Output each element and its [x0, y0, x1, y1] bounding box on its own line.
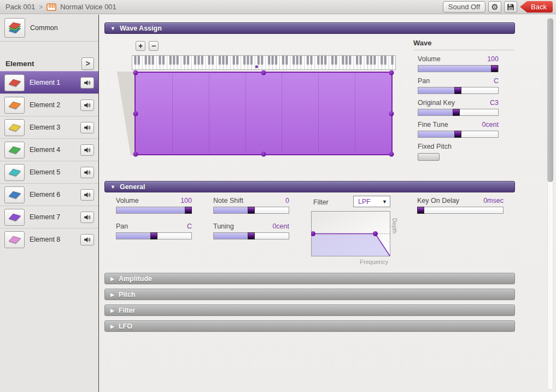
zone-handle[interactable] — [133, 71, 138, 75]
keyboard[interactable] — [132, 55, 396, 70]
volume-slider[interactable] — [116, 207, 192, 214]
frequency-axis-label: Frequency — [311, 259, 388, 265]
zone-gridline — [245, 74, 246, 153]
element-layer-icon[interactable] — [4, 231, 25, 248]
wave-param-row: Original Key C3 — [413, 99, 499, 116]
zone-handle[interactable] — [133, 111, 138, 116]
param-slider[interactable] — [418, 87, 499, 94]
zoom-out-button[interactable]: − — [149, 41, 159, 51]
element-layer-icon[interactable] — [4, 209, 25, 226]
speaker-button[interactable] — [80, 212, 94, 223]
slider-handle[interactable] — [453, 109, 460, 116]
fixed-pitch-toggle[interactable] — [418, 153, 440, 161]
top-bar: Pack 001 > Normal Voice 001 Sound Off ⚙ — [0, 0, 556, 14]
settings-button[interactable]: ⚙ — [488, 1, 501, 13]
key-on-delay-slider[interactable] — [417, 207, 504, 214]
param-slider[interactable] — [418, 65, 499, 72]
element-expand-button[interactable]: > — [81, 57, 94, 70]
pan-slider[interactable] — [116, 232, 192, 239]
slider-handle[interactable] — [185, 207, 192, 214]
section-title: Amplitude — [119, 275, 152, 283]
speaker-button[interactable] — [80, 144, 94, 156]
sidebar-item-element[interactable]: Element 7 — [0, 206, 98, 228]
topbar-actions: Sound Off ⚙ Back — [443, 1, 553, 13]
collapsed-section-bar[interactable]: ▶ Filter — [104, 305, 515, 316]
speaker-icon — [83, 236, 92, 244]
tuning-slider[interactable] — [213, 232, 289, 239]
zone-handle[interactable] — [133, 152, 138, 157]
element-layer-icon[interactable] — [4, 142, 25, 159]
sidebar-item-element[interactable]: Element 4 — [0, 138, 98, 161]
element-layer-icon[interactable] — [4, 119, 25, 136]
slider-handle[interactable] — [417, 207, 424, 214]
sidebar-item-element[interactable]: Element 1 — [0, 71, 98, 93]
element-layer-icon[interactable] — [4, 186, 25, 203]
param-label: Pan — [116, 223, 128, 230]
collapsed-section-bar[interactable]: ▶ LFO — [104, 320, 515, 332]
scrollbar-thumb[interactable] — [547, 18, 553, 182]
element-layer-icon[interactable] — [4, 74, 25, 91]
slider-handle[interactable] — [150, 232, 157, 239]
speaker-button[interactable] — [80, 77, 94, 89]
speaker-button[interactable] — [80, 234, 94, 245]
speaker-button[interactable] — [80, 122, 94, 133]
speaker-button[interactable] — [80, 189, 94, 201]
zone-handle[interactable] — [261, 152, 266, 157]
sidebar-item-element[interactable]: Element 8 — [0, 228, 98, 250]
common-label: Common — [30, 24, 98, 32]
zone-handle[interactable] — [389, 111, 394, 116]
speaker-icon — [83, 79, 92, 87]
zone-gridline — [355, 74, 355, 153]
sidebar-item-element[interactable]: Element 5 — [0, 161, 98, 183]
section-bar-general[interactable]: ▼ General — [104, 181, 515, 192]
speaker-button[interactable] — [80, 100, 94, 111]
filter-type-dropdown[interactable]: LPF ▼ — [353, 196, 390, 207]
collapse-closed-icon: ▶ — [110, 276, 114, 282]
slider-handle[interactable] — [491, 65, 498, 72]
param-label: Volume — [116, 197, 139, 204]
save-button[interactable] — [504, 1, 517, 13]
slider-handle[interactable] — [454, 87, 461, 94]
gear-icon: ⚙ — [491, 3, 498, 11]
param-value: 100 — [180, 197, 192, 204]
zone-handle[interactable] — [261, 71, 266, 75]
param-label: Volume — [418, 55, 441, 63]
breadcrumb: Pack 001 > Normal Voice 001 — [5, 3, 116, 11]
param-slider[interactable] — [418, 131, 499, 138]
speaker-button[interactable] — [80, 167, 94, 178]
zone-handle[interactable] — [389, 71, 394, 75]
element-label: Element 3 — [30, 124, 75, 131]
filter-label: Filter — [313, 198, 329, 206]
sidebar-item-element[interactable]: Element 2 — [0, 93, 98, 116]
element-layer-icon[interactable] — [4, 97, 25, 114]
element-list: Element 1 — [0, 71, 98, 250]
filter-type-value: LPF — [358, 198, 371, 206]
speaker-icon — [83, 213, 92, 221]
collapse-closed-icon: ▶ — [110, 324, 114, 329]
sidebar-item-element[interactable]: Element 3 — [0, 116, 98, 138]
slider-handle[interactable] — [248, 207, 255, 214]
filter-response-graph[interactable] — [311, 211, 390, 256]
param-slider[interactable] — [418, 109, 499, 116]
breadcrumb-pack[interactable]: Pack 001 — [5, 3, 35, 11]
back-button[interactable]: Back — [520, 1, 553, 13]
sidebar-item-common[interactable]: Common — [0, 15, 98, 41]
sidebar-item-element[interactable]: Element 6 — [0, 183, 98, 206]
note-shift-slider[interactable] — [213, 207, 289, 214]
slider-handle[interactable] — [248, 232, 255, 239]
param-value: 0cent — [482, 121, 499, 128]
collapse-open-icon: ▼ — [110, 184, 115, 190]
save-icon — [507, 3, 514, 11]
collapsed-sections: ▶ Amplitude ▶ Pitch ▶ Filter ▶ LFO — [100, 273, 556, 336]
zoom-in-button[interactable]: + — [136, 41, 145, 51]
sound-off-button[interactable]: Sound Off — [443, 1, 485, 13]
common-layers-icon[interactable] — [4, 18, 25, 38]
element-layer-icon[interactable] — [4, 164, 25, 181]
collapsed-section-bar[interactable]: ▶ Amplitude — [104, 273, 515, 284]
general-tuning: Tuning 0cent — [213, 223, 289, 239]
key-velocity-zone[interactable] — [134, 72, 393, 155]
section-bar-wave-assign[interactable]: ▼ Wave Assign — [104, 22, 515, 34]
collapsed-section-bar[interactable]: ▶ Pitch — [104, 289, 515, 300]
slider-handle[interactable] — [454, 131, 461, 138]
zone-handle[interactable] — [389, 152, 394, 157]
